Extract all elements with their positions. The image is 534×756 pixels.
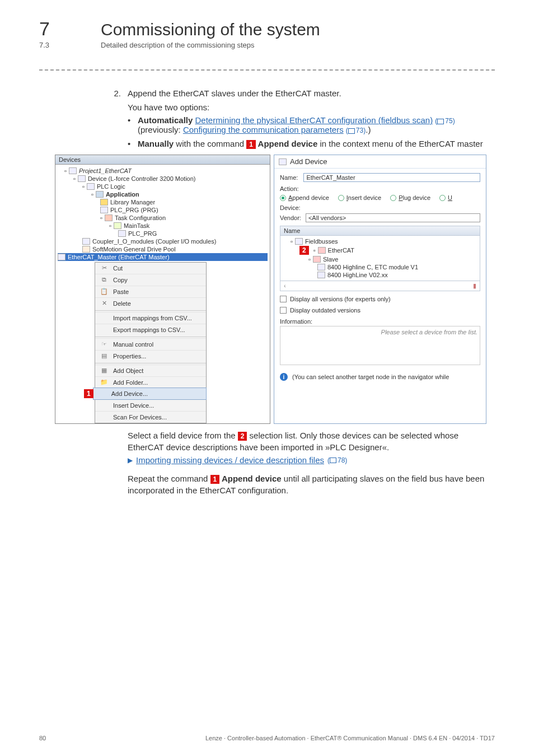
ctx-paste-label: Paste	[113, 288, 129, 295]
book-icon	[437, 119, 444, 124]
radio-append[interactable]	[280, 195, 286, 201]
ctx-add-device-label: Add Device...	[111, 390, 148, 397]
folder-icon: 📁	[100, 379, 109, 386]
ctx-properties-label: Properties...	[113, 353, 146, 360]
tree-coupler[interactable]: Coupler_I_O_modules (Coupler I/O modules…	[92, 238, 216, 245]
ctx-add-object-label: Add Object	[113, 367, 143, 374]
add-device-title: Add Device	[290, 157, 327, 166]
footer-line: Lenze · Controller-based Automation · Et…	[205, 735, 495, 741]
ctx-add-object[interactable]: ▦Add Object	[95, 365, 206, 376]
name-input[interactable]: EtherCAT_Master	[303, 173, 480, 182]
options-intro: You have two options:	[128, 102, 495, 112]
radio-insert-label: Insert device	[346, 194, 381, 201]
information-box: Please select a device from the list.	[280, 326, 480, 365]
tree-expander-icon[interactable]: ▫	[73, 175, 76, 182]
fieldbus-icon	[295, 238, 303, 245]
ctx-add-folder[interactable]: 📁Add Folder...	[95, 376, 206, 388]
tree-softmotion[interactable]: SoftMotion General Drive Pool	[92, 246, 176, 253]
device-leaf-2[interactable]: 8400 HighLine V02.xx	[327, 272, 388, 278]
devices-panel: Devices ▫Project1_EtherCAT ▫Device (L-fo…	[55, 155, 270, 424]
ctx-copy[interactable]: ⧉Copy	[95, 274, 206, 286]
manual-t1: with the command	[174, 139, 246, 148]
callout-1-ctx: 1	[84, 389, 93, 398]
tree-maintask[interactable]: MainTask	[124, 222, 149, 229]
tree-expander-icon[interactable]: ▫	[313, 247, 316, 254]
import-link[interactable]: Importing missing devices / device descr…	[136, 455, 324, 465]
manual-t3: in the context menu of the EtherCAT mast…	[317, 139, 483, 148]
tree-project[interactable]: Project1_EtherCAT	[79, 167, 132, 174]
ctx-add-device[interactable]: Add Device...	[93, 388, 207, 400]
callout-2: 2	[299, 246, 309, 255]
master-icon	[58, 254, 65, 260]
device-label: Device:	[280, 204, 480, 211]
ctx-insert-device[interactable]: Insert Device...	[95, 399, 206, 411]
info-icon: i	[280, 373, 288, 381]
below-p1a: Select a field device from the	[128, 431, 238, 440]
tree-expander-icon[interactable]: ▫	[91, 191, 93, 198]
tree-task-cfg[interactable]: Task Configuration	[115, 214, 166, 221]
tree-library[interactable]: Library Manager	[110, 199, 155, 206]
ctx-copy-label: Copy	[113, 277, 128, 283]
tree-expander-icon[interactable]: ▫	[82, 183, 85, 190]
page-number: 80	[39, 735, 46, 741]
callout-1: 1	[246, 140, 256, 149]
radio-update-label: U	[448, 194, 452, 201]
ctx-add-folder-label: Add Folder...	[113, 379, 148, 386]
auto-ref: 75	[445, 117, 452, 125]
tree-expander-icon[interactable]: ▫	[64, 167, 67, 174]
ethercat-node[interactable]: EtherCAT	[328, 247, 354, 254]
ctx-import-csv[interactable]: Import mappings from CSV...	[95, 312, 206, 324]
tree-expander-icon[interactable]: ▫	[291, 238, 293, 245]
callout-2-text: 2	[238, 432, 247, 441]
tree-device[interactable]: Device (L-force Controller 3200 Motion)	[88, 175, 196, 182]
auto-link[interactable]: Determining the physical EtherCAT config…	[195, 115, 433, 125]
plc-logic-icon	[87, 183, 95, 190]
auto-label: Automatically	[138, 115, 193, 125]
checkbox-expert[interactable]	[280, 296, 287, 302]
ethercat-icon	[318, 247, 326, 254]
tree-ethercat-master[interactable]: EtherCAT_Master (EtherCAT Master)	[68, 254, 170, 260]
ctx-export-csv[interactable]: Export mappings to CSV...	[95, 324, 206, 335]
ctx-manual-control[interactable]: ☞Manual control	[95, 338, 206, 350]
checkbox-expert-label: Display all versions (for experts only)	[290, 296, 391, 302]
ctx-cut[interactable]: ✂Cut	[95, 263, 206, 274]
ctx-properties[interactable]: ▤Properties...	[95, 350, 206, 362]
tree-expander-icon[interactable]: ▫	[109, 222, 111, 229]
slave-node[interactable]: Slave	[323, 256, 339, 263]
properties-icon: ▤	[100, 352, 109, 360]
checkbox-outdated[interactable]	[280, 307, 287, 314]
radio-update[interactable]	[439, 195, 446, 201]
application-icon	[96, 191, 104, 198]
ctx-delete[interactable]: ✕Delete	[95, 297, 206, 309]
tree-plc-prg[interactable]: PLC_PRG (PRG)	[110, 207, 158, 213]
project-icon	[69, 167, 77, 174]
copy-icon: ⧉	[100, 276, 109, 284]
tree-expander-icon[interactable]: ▫	[100, 214, 102, 221]
device-leaf-1[interactable]: 8400 Highline C, ETC module V1	[327, 264, 418, 270]
section-title: Detailed description of the commissionin…	[101, 41, 255, 49]
ctx-cut-label: Cut	[113, 265, 123, 272]
ctx-scan-devices[interactable]: Scan For Devices...	[95, 411, 206, 423]
scrollbar[interactable]: ‹▮	[280, 281, 480, 291]
ctx-export-label: Export mappings to CSV...	[113, 326, 185, 333]
fieldbusses-node[interactable]: Fieldbusses	[305, 238, 338, 245]
prg-leaf-icon	[118, 230, 126, 237]
device-leaf-icon	[317, 272, 325, 278]
tree-application[interactable]: Application	[106, 191, 139, 198]
slave-icon	[313, 256, 321, 263]
manual-t2: Append device	[256, 139, 317, 148]
tree-plc-prg-leaf[interactable]: PLC_PRG	[128, 230, 157, 237]
tree-expander-icon[interactable]: ▫	[308, 256, 311, 263]
book-icon	[330, 458, 336, 463]
prev-link[interactable]: Configuring the communication parameters	[183, 125, 344, 134]
ctx-paste[interactable]: 📋Paste	[95, 286, 206, 297]
radio-plug[interactable]	[390, 195, 396, 201]
radio-insert[interactable]	[338, 195, 344, 201]
vendor-label: Vendor:	[280, 214, 301, 221]
vendor-select[interactable]: <All vendors>	[306, 213, 480, 222]
tree-plc-logic[interactable]: PLC Logic	[97, 183, 125, 190]
callout-1-text: 1	[210, 475, 220, 484]
checkbox-outdated-label: Display outdated versions	[290, 307, 360, 314]
device-list-header: Name	[280, 226, 480, 236]
bullet-dot: •	[128, 139, 133, 148]
